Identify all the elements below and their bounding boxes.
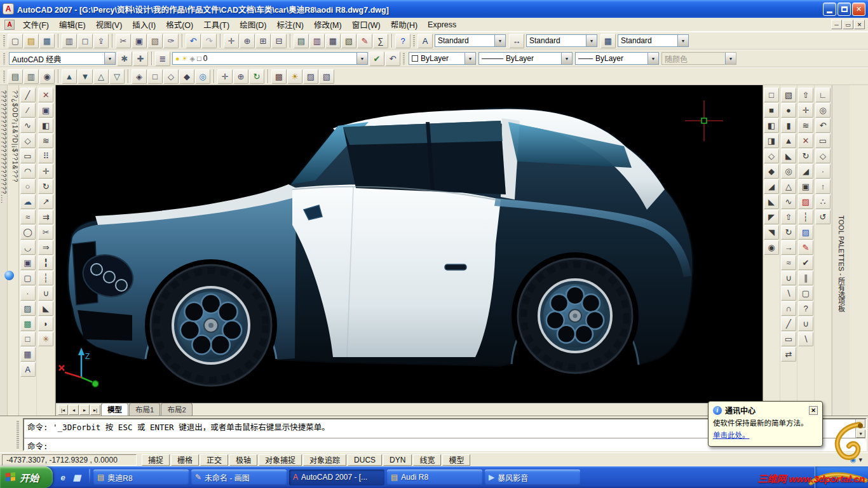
intersect-icon[interactable]: ∩	[781, 301, 796, 316]
draworder-bring-to-front-icon[interactable]: ▲	[62, 69, 77, 84]
cylinder-icon[interactable]: ▮	[781, 118, 796, 133]
camera-icon[interactable]: ◉	[39, 69, 55, 84]
redo-icon[interactable]: ↷	[201, 34, 217, 48]
workspace-combo[interactable]: AutoCAD 经典 ▼	[9, 52, 116, 65]
toolbar-grip[interactable]	[3, 34, 5, 47]
render-icon[interactable]: ▩	[271, 69, 287, 84]
view-left-icon[interactable]: ◧	[764, 118, 779, 133]
mirror-icon[interactable]: ◧	[38, 118, 53, 133]
trim-icon[interactable]: ✂	[38, 225, 53, 240]
cone-icon[interactable]: ▲	[781, 133, 796, 148]
start-button[interactable]: 开始	[0, 466, 53, 488]
command-window-grip[interactable]	[17, 420, 19, 449]
move-icon[interactable]: ✛	[38, 164, 53, 179]
separate-icon[interactable]: ∥	[798, 271, 813, 285]
3d-zoom-icon[interactable]: ⊕	[233, 69, 248, 84]
layer-on-bulb-icon[interactable]: ●	[175, 55, 180, 62]
menu-item-item-6[interactable]: 绘图(D)	[234, 17, 271, 32]
plot-preview-icon[interactable]: ◻	[78, 34, 93, 48]
camera-view-icon[interactable]: ◉	[764, 240, 779, 255]
draworder-send-to-back-icon[interactable]: ▼	[78, 69, 93, 84]
color-combo[interactable]: ByLayer ▼	[409, 52, 476, 65]
ucs-rotate-x-icon[interactable]: ↺	[815, 210, 831, 224]
fillet-icon[interactable]: ◗	[38, 316, 53, 331]
point-icon[interactable]: ∙	[20, 286, 36, 301]
stretch-icon[interactable]: ⇉	[38, 210, 53, 224]
toolbar-grip[interactable]	[403, 52, 405, 65]
taskbar-task[interactable]: A AutoCAD 2007 - [...	[289, 470, 384, 485]
imprint-icon[interactable]: ✎	[798, 240, 813, 255]
gradient-icon[interactable]: ▩	[20, 316, 36, 331]
taper-faces-icon[interactable]: ◢	[798, 164, 813, 179]
check-icon[interactable]: ?	[798, 301, 813, 316]
help-icon[interactable]: ?	[395, 34, 410, 48]
copy-edges-icon[interactable]: ┆	[798, 210, 813, 224]
ucs-object-icon[interactable]: ◇	[815, 149, 831, 163]
join-icon[interactable]: ∪	[38, 286, 53, 301]
copy-object-icon[interactable]: ▣	[38, 103, 53, 118]
make-block-icon[interactable]: ▢	[20, 271, 36, 285]
layout-tab[interactable]: 模型	[101, 403, 128, 416]
tool-palettes-collapsed-bar[interactable]: TOOL PALETTES - 所有选项板	[832, 85, 850, 416]
plot-icon[interactable]: ▥	[62, 34, 77, 48]
menu-item-item-8[interactable]: 修改(M)	[309, 17, 347, 32]
toolbar-grip[interactable]	[3, 52, 5, 65]
quickcalc-icon[interactable]: ∑	[373, 34, 388, 48]
color-faces-icon[interactable]: ▨	[798, 194, 813, 209]
workspace-settings-icon[interactable]: ✱	[117, 51, 132, 66]
status-toggle-item-1[interactable]: 栅格	[171, 454, 199, 466]
union2-icon[interactable]: ∪	[798, 316, 813, 331]
cut-icon[interactable]: ✂	[116, 34, 131, 48]
status-toggle-item-5[interactable]: 对象追踪	[303, 454, 346, 466]
zoom-window-icon[interactable]: ⊞	[255, 34, 271, 48]
box-icon[interactable]: ▧	[781, 88, 796, 102]
layer-combo[interactable]: ●☀◈□ 0 ▼	[172, 52, 368, 65]
explode-icon[interactable]: ✳	[38, 332, 53, 346]
publish-icon[interactable]: ⇪	[93, 34, 109, 48]
menu-item-item-0[interactable]: 文件(F)	[18, 17, 54, 32]
style-combo[interactable]: Standard ▼	[618, 34, 689, 47]
autocad-app-icon[interactable]: A	[3, 3, 14, 15]
spline-icon[interactable]: ≈	[20, 210, 36, 224]
color-edges-icon[interactable]: ▨	[798, 225, 813, 240]
sweep-icon[interactable]: →	[781, 240, 796, 255]
table-style-icon[interactable]: ▦	[600, 34, 616, 48]
docked-toolbar-title-strip[interactable]: ?????????????????????????....	[0, 85, 8, 416]
scroll-down-icon[interactable]: ▼	[856, 430, 865, 438]
clean-icon[interactable]: ✔	[798, 255, 813, 270]
view-right-icon[interactable]: ◨	[764, 133, 779, 148]
taskbar-task[interactable]: ▶ 暴风影音	[485, 470, 580, 485]
combo-arrow-icon[interactable]: ▼	[465, 53, 475, 64]
layer-color-swatch[interactable]: □	[197, 55, 201, 62]
polygon-icon[interactable]: ◇	[20, 133, 36, 148]
combo-arrow-icon[interactable]: ▼	[586, 35, 597, 46]
menu-item-item-5[interactable]: 工具(T)	[198, 17, 234, 32]
taskbar-task[interactable]: ▤ Audi R8	[387, 470, 482, 485]
view-top-icon[interactable]: □	[147, 69, 163, 84]
view-back-icon[interactable]: ◆	[764, 164, 779, 179]
geographic-globe-icon[interactable]: ◎	[195, 69, 210, 84]
coordinates-display[interactable]: -4737.3307, -1712.9329 , 0.0000	[2, 454, 137, 466]
sheet-set-manager-icon[interactable]: ▧	[341, 34, 356, 48]
view-top-icon[interactable]: □	[764, 88, 779, 102]
break-icon[interactable]: ┆	[38, 271, 53, 285]
layout-tab[interactable]: 布局1	[129, 403, 160, 416]
text-style-icon[interactable]: A	[417, 34, 433, 48]
style-combo[interactable]: Standard ▼	[435, 34, 506, 47]
line-icon[interactable]: ╱	[20, 88, 36, 102]
menu-item-item-2[interactable]: 视图(V)	[91, 17, 128, 32]
properties-icon[interactable]: ▤	[294, 34, 309, 48]
undo-icon[interactable]: ↶	[186, 34, 201, 48]
qnew-icon[interactable]: ▢	[8, 34, 23, 48]
ie-quicklaunch-icon[interactable]: e	[57, 471, 69, 483]
materials-icon[interactable]: ▨	[303, 69, 318, 84]
view-nw-iso-icon[interactable]: ◥	[764, 225, 779, 240]
save-workspace-icon[interactable]: ✚	[133, 51, 148, 66]
ellipse-icon[interactable]: ◯	[20, 225, 36, 240]
restore-button[interactable]	[837, 3, 851, 16]
extrude-faces-icon[interactable]: ⇧	[798, 88, 813, 102]
open-icon[interactable]: ▤	[24, 34, 39, 48]
offset-icon[interactable]: ≋	[38, 133, 53, 148]
insert-block-icon[interactable]: ▣	[20, 255, 36, 270]
combo-arrow-icon[interactable]: ▼	[356, 53, 367, 64]
